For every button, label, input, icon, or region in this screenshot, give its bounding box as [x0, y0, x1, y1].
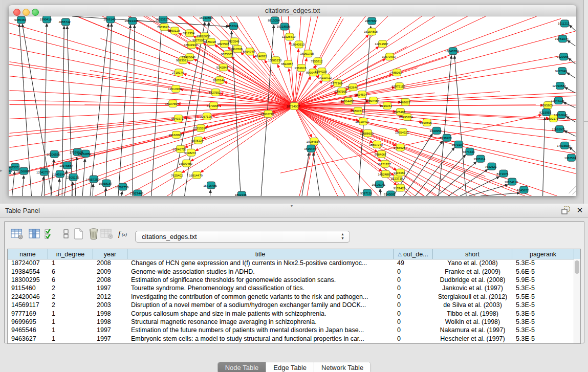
- column-header-pagerank[interactable]: pagerank: [512, 249, 574, 259]
- graph-edge: [93, 184, 93, 196]
- table-row[interactable]: 1830029562008Estimation of significance …: [8, 276, 574, 284]
- tab-edge-table[interactable]: Edge Table: [266, 362, 314, 372]
- graph-node-label: 12975115: [391, 85, 405, 88]
- table-selector-value: citations_edges.txt: [142, 233, 197, 240]
- table-cell: 2: [48, 285, 93, 292]
- row-selection-icon[interactable]: [42, 227, 57, 241]
- graph-node-label: 9245652: [517, 189, 529, 192]
- function-builder-icon[interactable]: f(x): [117, 227, 131, 241]
- graph-node-label: 18807249: [369, 143, 383, 146]
- graph-node-label: 9463627: [399, 101, 411, 104]
- table-cell: 1997: [93, 285, 127, 292]
- scrollbar-thumb[interactable]: [575, 260, 579, 274]
- table-mode-icon[interactable]: [10, 227, 24, 241]
- column-header-title[interactable]: title: [127, 249, 394, 259]
- show-columns-icon[interactable]: [27, 227, 41, 241]
- graph-node-label: 18640910: [291, 43, 305, 46]
- graph-edge: [294, 16, 486, 106]
- table-cell: 1: [48, 259, 93, 267]
- graph-edge: [569, 25, 575, 31]
- graph-node-label: 12505135: [66, 176, 79, 179]
- graph-edge: [314, 141, 346, 196]
- graph-edge: [201, 106, 294, 172]
- table-row[interactable]: 946554611997Estimation of the future num…: [8, 326, 574, 334]
- tab-network-table[interactable]: Network Table: [314, 362, 371, 372]
- vertical-scrollbar[interactable]: [574, 259, 580, 343]
- tab-node-table[interactable]: Node Table: [218, 362, 267, 372]
- graph-node-label: 6216061: [380, 104, 393, 107]
- table-cell: 2: [48, 293, 93, 300]
- table-row[interactable]: 946362711997Embryonic stem cells: a mode…: [8, 335, 574, 343]
- table-cell: 9699695: [8, 318, 48, 325]
- table-cell: 9777169: [8, 310, 48, 317]
- graph-node-label: 8860128: [168, 29, 180, 32]
- graph-node-label: 10807487: [365, 99, 379, 102]
- graph-node-label: 16151327: [377, 163, 391, 166]
- graph-edge: [183, 74, 294, 106]
- float-panel-icon[interactable]: [561, 206, 571, 215]
- graph-edge: [10, 91, 294, 106]
- graph-node-label: 1362615: [294, 67, 307, 70]
- node-table: namein_degreeyeartitle△out_de...shortpag…: [7, 249, 581, 344]
- column-header-out_de[interactable]: △out_de...: [394, 249, 433, 259]
- table-row[interactable]: 1872400712008Changes of HCN gene express…: [8, 259, 574, 267]
- graph-node-label: 9827505: [192, 39, 205, 42]
- table-cell: 1: [48, 310, 93, 317]
- column-header-short[interactable]: short: [433, 249, 512, 259]
- graph-node-label: 7485063: [390, 71, 402, 74]
- table-cell: 22420046: [8, 293, 48, 300]
- splitter-handle-icon[interactable]: ▾: [291, 204, 293, 208]
- graph-node-label: 12213369: [168, 87, 182, 91]
- graph-edge: [82, 159, 85, 196]
- graph-node-label: 14524861: [378, 173, 391, 176]
- graph-node-label: 7955812: [311, 60, 323, 63]
- graph-node-label: 2935114: [474, 158, 486, 161]
- table-cell: 49: [394, 259, 433, 267]
- graph-node-label: 12042757: [36, 171, 50, 174]
- table-row[interactable]: 977716911998Corpus callosum shape and si…: [8, 309, 574, 317]
- table-panel-title: Table Panel: [5, 207, 40, 214]
- citation-network-graph[interactable]: 7963822886012889129542322605898275051654…: [9, 16, 576, 196]
- table-cell: 5.3E-5: [512, 335, 574, 342]
- graph-node-label: 18724007: [287, 105, 300, 108]
- column-header-in_degree[interactable]: in_degree: [48, 249, 93, 259]
- graph-node-label: 16033809: [199, 16, 213, 19]
- graph-node-label: 16648784: [445, 50, 459, 53]
- column-header-name[interactable]: name: [8, 249, 48, 259]
- network-canvas[interactable]: 7963822886012889129542322605898275051654…: [9, 16, 576, 196]
- table-cell: Estimation of the future numbers of pati…: [127, 326, 394, 334]
- graph-node-label: 9146821: [255, 55, 268, 58]
- graph-node-label: 6679197: [451, 143, 464, 146]
- graph-node-label: 15716485: [203, 184, 217, 187]
- table-selector-dropdown[interactable]: citations_edges.txt ▲▼: [135, 231, 350, 243]
- graph-node-label: 19384554: [307, 140, 320, 143]
- table-row[interactable]: 969969511998Structural magnetic resonanc…: [8, 318, 574, 326]
- table-cell: 5.3E-5: [512, 326, 574, 334]
- close-panel-icon[interactable]: ✕: [575, 205, 584, 215]
- graph-node-label: 9155460: [14, 18, 27, 21]
- graph-node-label: 16210643: [554, 114, 568, 117]
- graph-node-label: 1640954: [430, 129, 442, 133]
- graph-node-label: 8427552: [209, 91, 221, 94]
- graph-node-label: 20691406: [125, 19, 139, 23]
- graph-node-label: 9133426: [394, 187, 406, 190]
- graph-node-label: 16099489: [179, 162, 192, 165]
- graph-node-label: 1011213: [558, 22, 570, 25]
- delete-columns-icon[interactable]: [86, 227, 101, 241]
- sort-ascending-icon: △: [398, 251, 402, 257]
- graph-node-label: 9115460: [394, 171, 405, 174]
- graph-node-label: 9893021: [176, 59, 188, 62]
- graph-node-label: 16782759: [115, 186, 129, 189]
- column-header-year[interactable]: year: [93, 249, 127, 259]
- table-cell: 5.3E-5: [512, 310, 574, 317]
- table-row[interactable]: 1456911722003Disruption of a novel membe…: [8, 301, 574, 309]
- graph-edge: [105, 24, 112, 196]
- table-cell: Disruption of a novel member of a sodium…: [127, 301, 394, 309]
- new-column-icon[interactable]: [71, 227, 85, 241]
- graph-node-label: 16914479: [189, 174, 203, 177]
- table-row[interactable]: 1938455462009Genome-wide association stu…: [8, 267, 574, 275]
- table-row[interactable]: 911546021997Tourette syndrome. Phenomeno…: [8, 284, 574, 292]
- table-cell: de Silva et al. (2003): [433, 301, 512, 309]
- table-row[interactable]: 2242004622012Investigating the contribut…: [8, 293, 574, 301]
- delete-table-icon[interactable]: [100, 227, 114, 241]
